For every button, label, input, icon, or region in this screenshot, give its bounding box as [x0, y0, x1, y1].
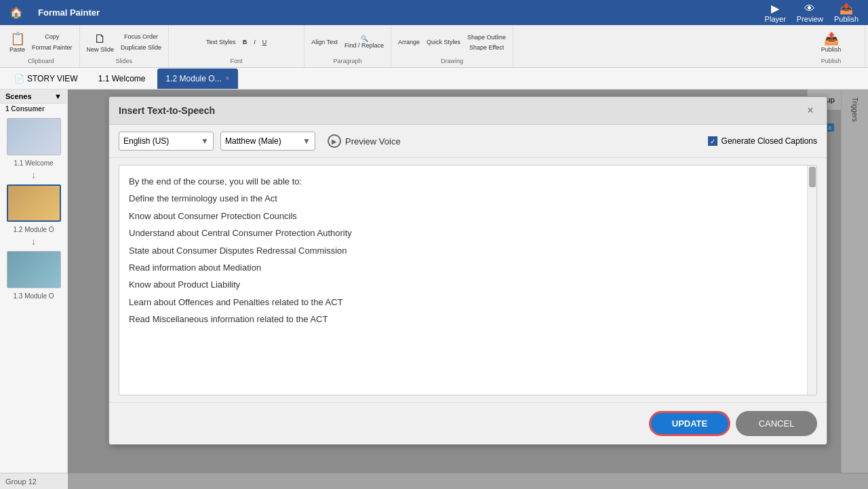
preview-label: Preview — [797, 15, 823, 23]
slides-buttons: 🗋 New Slide Focus Order Duplicate Slide — [84, 28, 165, 56]
update-button[interactable]: UPDATE — [649, 411, 730, 436]
paragraph-buttons: Align Text 🔍 Find / Replace — [309, 28, 387, 56]
voice-dropdown-arrow: ▼ — [302, 136, 311, 146]
text-line-1: Define the terminology used in the Act — [129, 191, 807, 206]
underline-button[interactable]: U — [260, 37, 270, 47]
copy-button[interactable]: Copy — [29, 32, 75, 41]
captions-label: Generate Closed Captions — [722, 136, 817, 146]
publish-button[interactable]: 📤 Publish — [830, 1, 863, 24]
font-label: Font — [231, 56, 243, 64]
cancel-button[interactable]: CANCEL — [736, 411, 817, 436]
preview-icon: 👁 — [804, 3, 815, 15]
bottom-group-label: Group 12 — [5, 477, 37, 486]
clipboard-label: Clipboard — [28, 56, 54, 64]
player-label: Player — [765, 15, 786, 23]
scenes-panel: Scenes ▼ 1 Consumer 1.1 Welcome ↓ 1.2 Mo… — [0, 90, 68, 489]
arrange-button[interactable]: Arrange — [395, 37, 422, 47]
captions-checkbox[interactable]: ✓ — [708, 136, 717, 146]
modal-close-button[interactable]: × — [804, 104, 817, 117]
font-group: Text Styles B I U Font — [169, 25, 304, 67]
italic-button[interactable]: I — [251, 37, 258, 47]
voice-dropdown[interactable]: Matthew (Male) ▼ — [220, 132, 315, 151]
slides-label: Slides — [116, 56, 133, 64]
scroll-bar[interactable] — [807, 165, 816, 395]
voice-label: Matthew (Male) — [225, 136, 281, 146]
align-text-button[interactable]: Align Text — [309, 37, 340, 47]
scene-thumbnail-2[interactable] — [7, 184, 61, 222]
publish-ribbon-icon: 📤 — [824, 31, 839, 46]
text-line-8: Read Miscellaneous information related t… — [129, 311, 807, 327]
modal-controls: English (US) ▼ Matthew (Male) ▼ ▶ Previe… — [109, 125, 827, 158]
top-bar-right: ▶ Player 👁 Preview 📤 Publish — [761, 1, 863, 24]
modal-header: Insert Text-to-Speech × — [109, 97, 827, 125]
story-view-label: STORY VIEW — [27, 74, 78, 83]
align-text-label: Align Text — [311, 39, 338, 45]
scenes-collapse-icon[interactable]: ▼ — [54, 92, 62, 100]
scene-label-3: 1.3 Module O — [0, 292, 67, 300]
scene-thumbnail-3[interactable] — [7, 251, 61, 288]
modal-close-icon: × — [807, 104, 813, 117]
tab-module-close[interactable]: × — [226, 75, 230, 82]
modal-footer: UPDATE CANCEL — [109, 402, 827, 444]
new-slide-button[interactable]: 🗋 New Slide — [84, 31, 117, 54]
language-dropdown-arrow: ▼ — [201, 136, 209, 146]
home-icon-btn[interactable]: 🏠 — [5, 5, 27, 20]
duplicate-slide-button[interactable]: Duplicate Slide — [118, 43, 164, 52]
language-label: English (US) — [123, 136, 169, 146]
modal-dialog: Insert Text-to-Speech × English (US) ▼ M… — [108, 96, 827, 445]
publish-buttons: 📤 Publish — [818, 28, 844, 56]
preview-voice-label: Preview Voice — [345, 136, 401, 146]
slides-group: 🗋 New Slide Focus Order Duplicate Slide … — [80, 25, 170, 67]
find-replace-button[interactable]: 🔍 Find / Replace — [342, 34, 387, 50]
duplicate-slide-label: Duplicate Slide — [121, 44, 161, 51]
scene-label-1: 1.1 Welcome — [0, 159, 67, 167]
publish-ribbon-button[interactable]: 📤 Publish — [818, 30, 844, 54]
publish-icon: 📤 — [840, 2, 853, 15]
tab-welcome[interactable]: 1.1 Welcome — [90, 69, 155, 89]
quick-styles-label: Quick Styles — [427, 39, 460, 45]
player-icon: ▶ — [771, 2, 779, 15]
captions-area: ✓ Generate Closed Captions — [708, 136, 817, 146]
paste-label: Paste — [9, 46, 25, 53]
format-painter-label: Format Painter — [32, 44, 73, 51]
tab-module-label: 1.2 Module O... — [166, 74, 222, 83]
ribbon-area: 📋 Paste Copy Format Painter Clipboard 🗋 … — [0, 25, 868, 68]
font-buttons: Text Styles B I U — [203, 28, 269, 56]
story-view-icon: 📄 — [14, 74, 24, 83]
scene-thumbnail-1[interactable] — [7, 118, 61, 155]
format-painter-button[interactable]: Format Painter — [29, 43, 75, 52]
scene-label-2: 1.2 Module O — [0, 226, 67, 233]
scene-thumbnail-inner-3 — [7, 252, 60, 288]
new-slide-label: New Slide — [87, 46, 115, 53]
shape-effect-button[interactable]: Shape Effect — [465, 43, 509, 52]
bold-button[interactable]: B — [240, 37, 250, 47]
new-slide-icon: 🗋 — [94, 32, 106, 46]
scroll-thumb[interactable] — [809, 167, 816, 187]
paragraph-label: Paragraph — [334, 56, 362, 64]
scenes-label: Scenes — [5, 92, 32, 100]
text-styles-label: Text Styles — [206, 39, 236, 45]
focus-order-label: Focus Order — [124, 33, 158, 40]
story-view-tab[interactable]: 📄 STORY VIEW — [5, 69, 87, 89]
paste-button[interactable]: 📋 Paste — [7, 30, 28, 54]
shape-outline-button[interactable]: Shape Outline — [465, 33, 509, 42]
preview-button[interactable]: 👁 Preview — [793, 1, 827, 24]
modal-title: Insert Text-to-Speech — [119, 105, 215, 116]
language-dropdown[interactable]: English (US) ▼ — [119, 132, 214, 151]
scene-arrow-1: ↓ — [0, 170, 67, 180]
italic-label: I — [254, 39, 256, 45]
text-styles-button[interactable]: Text Styles — [203, 37, 239, 47]
arrange-label: Arrange — [398, 39, 420, 45]
tab-module[interactable]: 1.2 Module O... × — [157, 69, 239, 89]
scenes-header: Scenes ▼ — [0, 90, 67, 104]
player-button[interactable]: ▶ Player — [761, 1, 790, 24]
clipboard-buttons: 📋 Paste Copy Format Painter — [7, 28, 75, 56]
focus-order-button[interactable]: Focus Order — [118, 32, 164, 41]
preview-voice-button[interactable]: ▶ Preview Voice — [322, 132, 406, 151]
paragraph-group: Align Text 🔍 Find / Replace Paragraph — [304, 25, 391, 67]
home-icon: 🏠 — [9, 6, 23, 19]
publish-ribbon-label: Publish — [821, 46, 842, 53]
modal-body: By the end of the course, you will be ab… — [119, 165, 817, 395]
quick-styles-button[interactable]: Quick Styles — [424, 37, 463, 47]
text-line-5: Read information about Mediation — [129, 260, 807, 275]
